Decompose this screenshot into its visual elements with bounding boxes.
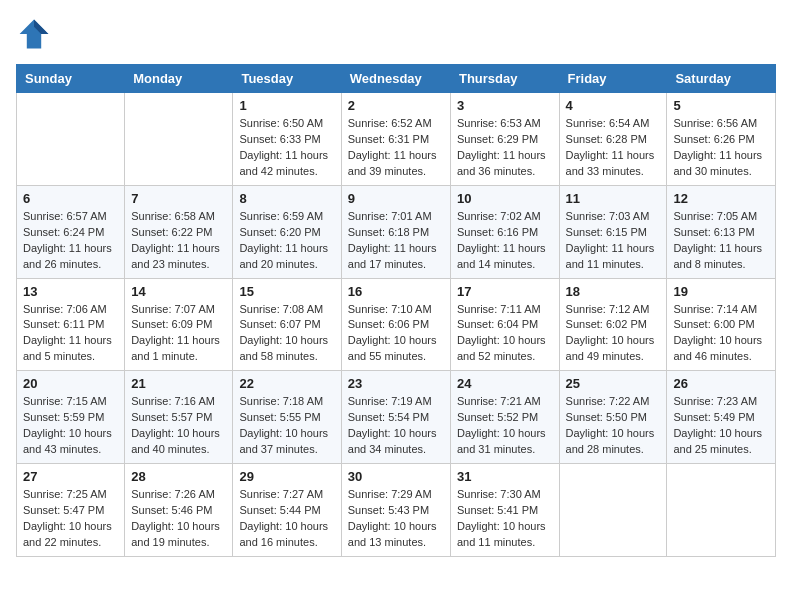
day-number: 18 <box>566 284 661 299</box>
day-number: 10 <box>457 191 553 206</box>
weekday-header-monday: Monday <box>125 65 233 93</box>
day-info: Sunrise: 7:12 AM Sunset: 6:02 PM Dayligh… <box>566 302 661 366</box>
day-number: 27 <box>23 469 118 484</box>
day-number: 19 <box>673 284 769 299</box>
calendar-cell: 15Sunrise: 7:08 AM Sunset: 6:07 PM Dayli… <box>233 278 341 371</box>
day-number: 2 <box>348 98 444 113</box>
calendar-cell: 20Sunrise: 7:15 AM Sunset: 5:59 PM Dayli… <box>17 371 125 464</box>
calendar-cell <box>125 93 233 186</box>
day-number: 20 <box>23 376 118 391</box>
day-info: Sunrise: 7:02 AM Sunset: 6:16 PM Dayligh… <box>457 209 553 273</box>
day-number: 28 <box>131 469 226 484</box>
day-info: Sunrise: 6:57 AM Sunset: 6:24 PM Dayligh… <box>23 209 118 273</box>
day-info: Sunrise: 7:01 AM Sunset: 6:18 PM Dayligh… <box>348 209 444 273</box>
day-number: 13 <box>23 284 118 299</box>
calendar-cell: 11Sunrise: 7:03 AM Sunset: 6:15 PM Dayli… <box>559 185 667 278</box>
calendar-cell: 18Sunrise: 7:12 AM Sunset: 6:02 PM Dayli… <box>559 278 667 371</box>
day-info: Sunrise: 7:18 AM Sunset: 5:55 PM Dayligh… <box>239 394 334 458</box>
calendar-week-4: 20Sunrise: 7:15 AM Sunset: 5:59 PM Dayli… <box>17 371 776 464</box>
day-info: Sunrise: 7:08 AM Sunset: 6:07 PM Dayligh… <box>239 302 334 366</box>
day-info: Sunrise: 7:10 AM Sunset: 6:06 PM Dayligh… <box>348 302 444 366</box>
weekday-header-tuesday: Tuesday <box>233 65 341 93</box>
calendar-cell <box>559 464 667 557</box>
calendar-week-2: 6Sunrise: 6:57 AM Sunset: 6:24 PM Daylig… <box>17 185 776 278</box>
day-number: 4 <box>566 98 661 113</box>
day-number: 26 <box>673 376 769 391</box>
weekday-header-saturday: Saturday <box>667 65 776 93</box>
day-number: 8 <box>239 191 334 206</box>
logo <box>16 16 58 52</box>
weekday-header-row: SundayMondayTuesdayWednesdayThursdayFrid… <box>17 65 776 93</box>
day-number: 11 <box>566 191 661 206</box>
weekday-header-wednesday: Wednesday <box>341 65 450 93</box>
day-info: Sunrise: 7:26 AM Sunset: 5:46 PM Dayligh… <box>131 487 226 551</box>
weekday-header-thursday: Thursday <box>450 65 559 93</box>
day-number: 31 <box>457 469 553 484</box>
day-number: 7 <box>131 191 226 206</box>
calendar-cell: 4Sunrise: 6:54 AM Sunset: 6:28 PM Daylig… <box>559 93 667 186</box>
calendar-cell: 5Sunrise: 6:56 AM Sunset: 6:26 PM Daylig… <box>667 93 776 186</box>
day-info: Sunrise: 7:16 AM Sunset: 5:57 PM Dayligh… <box>131 394 226 458</box>
day-number: 23 <box>348 376 444 391</box>
day-info: Sunrise: 7:30 AM Sunset: 5:41 PM Dayligh… <box>457 487 553 551</box>
day-number: 12 <box>673 191 769 206</box>
calendar-cell: 25Sunrise: 7:22 AM Sunset: 5:50 PM Dayli… <box>559 371 667 464</box>
day-info: Sunrise: 6:59 AM Sunset: 6:20 PM Dayligh… <box>239 209 334 273</box>
calendar-cell: 3Sunrise: 6:53 AM Sunset: 6:29 PM Daylig… <box>450 93 559 186</box>
calendar-cell: 10Sunrise: 7:02 AM Sunset: 6:16 PM Dayli… <box>450 185 559 278</box>
day-info: Sunrise: 7:07 AM Sunset: 6:09 PM Dayligh… <box>131 302 226 366</box>
calendar-cell: 16Sunrise: 7:10 AM Sunset: 6:06 PM Dayli… <box>341 278 450 371</box>
day-info: Sunrise: 6:56 AM Sunset: 6:26 PM Dayligh… <box>673 116 769 180</box>
day-info: Sunrise: 7:27 AM Sunset: 5:44 PM Dayligh… <box>239 487 334 551</box>
day-info: Sunrise: 7:23 AM Sunset: 5:49 PM Dayligh… <box>673 394 769 458</box>
day-info: Sunrise: 7:11 AM Sunset: 6:04 PM Dayligh… <box>457 302 553 366</box>
day-number: 25 <box>566 376 661 391</box>
day-number: 15 <box>239 284 334 299</box>
day-info: Sunrise: 6:54 AM Sunset: 6:28 PM Dayligh… <box>566 116 661 180</box>
day-number: 6 <box>23 191 118 206</box>
day-number: 1 <box>239 98 334 113</box>
day-info: Sunrise: 7:15 AM Sunset: 5:59 PM Dayligh… <box>23 394 118 458</box>
day-number: 24 <box>457 376 553 391</box>
calendar-cell: 23Sunrise: 7:19 AM Sunset: 5:54 PM Dayli… <box>341 371 450 464</box>
day-info: Sunrise: 7:14 AM Sunset: 6:00 PM Dayligh… <box>673 302 769 366</box>
calendar-cell: 9Sunrise: 7:01 AM Sunset: 6:18 PM Daylig… <box>341 185 450 278</box>
calendar-cell: 22Sunrise: 7:18 AM Sunset: 5:55 PM Dayli… <box>233 371 341 464</box>
calendar-cell: 31Sunrise: 7:30 AM Sunset: 5:41 PM Dayli… <box>450 464 559 557</box>
day-number: 9 <box>348 191 444 206</box>
calendar-cell: 8Sunrise: 6:59 AM Sunset: 6:20 PM Daylig… <box>233 185 341 278</box>
calendar-week-5: 27Sunrise: 7:25 AM Sunset: 5:47 PM Dayli… <box>17 464 776 557</box>
weekday-header-sunday: Sunday <box>17 65 125 93</box>
day-number: 16 <box>348 284 444 299</box>
calendar-cell: 28Sunrise: 7:26 AM Sunset: 5:46 PM Dayli… <box>125 464 233 557</box>
calendar-cell: 1Sunrise: 6:50 AM Sunset: 6:33 PM Daylig… <box>233 93 341 186</box>
calendar-cell: 12Sunrise: 7:05 AM Sunset: 6:13 PM Dayli… <box>667 185 776 278</box>
day-info: Sunrise: 6:52 AM Sunset: 6:31 PM Dayligh… <box>348 116 444 180</box>
calendar-cell: 17Sunrise: 7:11 AM Sunset: 6:04 PM Dayli… <box>450 278 559 371</box>
calendar-cell: 19Sunrise: 7:14 AM Sunset: 6:00 PM Dayli… <box>667 278 776 371</box>
day-number: 17 <box>457 284 553 299</box>
weekday-header-friday: Friday <box>559 65 667 93</box>
calendar-cell: 21Sunrise: 7:16 AM Sunset: 5:57 PM Dayli… <box>125 371 233 464</box>
day-info: Sunrise: 7:22 AM Sunset: 5:50 PM Dayligh… <box>566 394 661 458</box>
day-info: Sunrise: 7:25 AM Sunset: 5:47 PM Dayligh… <box>23 487 118 551</box>
calendar-cell: 24Sunrise: 7:21 AM Sunset: 5:52 PM Dayli… <box>450 371 559 464</box>
day-info: Sunrise: 6:58 AM Sunset: 6:22 PM Dayligh… <box>131 209 226 273</box>
day-number: 14 <box>131 284 226 299</box>
calendar-cell: 27Sunrise: 7:25 AM Sunset: 5:47 PM Dayli… <box>17 464 125 557</box>
day-info: Sunrise: 7:19 AM Sunset: 5:54 PM Dayligh… <box>348 394 444 458</box>
logo-icon <box>16 16 52 52</box>
calendar-cell: 13Sunrise: 7:06 AM Sunset: 6:11 PM Dayli… <box>17 278 125 371</box>
calendar-cell: 30Sunrise: 7:29 AM Sunset: 5:43 PM Dayli… <box>341 464 450 557</box>
page-header <box>16 16 776 52</box>
day-info: Sunrise: 7:03 AM Sunset: 6:15 PM Dayligh… <box>566 209 661 273</box>
calendar-cell: 7Sunrise: 6:58 AM Sunset: 6:22 PM Daylig… <box>125 185 233 278</box>
day-number: 21 <box>131 376 226 391</box>
calendar-table: SundayMondayTuesdayWednesdayThursdayFrid… <box>16 64 776 557</box>
calendar-cell <box>17 93 125 186</box>
day-info: Sunrise: 7:05 AM Sunset: 6:13 PM Dayligh… <box>673 209 769 273</box>
day-number: 30 <box>348 469 444 484</box>
calendar-cell: 2Sunrise: 6:52 AM Sunset: 6:31 PM Daylig… <box>341 93 450 186</box>
calendar-cell: 29Sunrise: 7:27 AM Sunset: 5:44 PM Dayli… <box>233 464 341 557</box>
day-number: 22 <box>239 376 334 391</box>
